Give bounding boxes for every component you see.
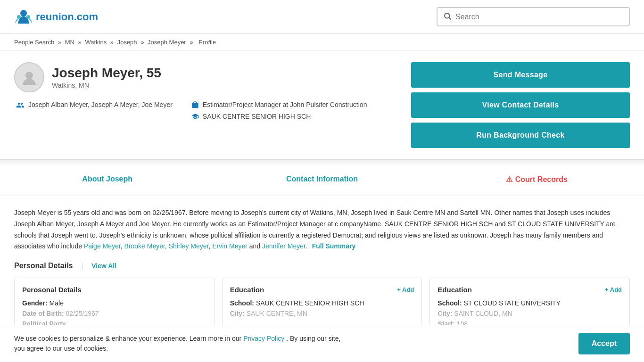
- breadcrumb-watkins[interactable]: Watkins: [85, 39, 107, 46]
- family-link-shirley[interactable]: Shirley Meyer: [169, 242, 209, 250]
- job-text: Estimator/Project Manager at John Pulsif…: [203, 101, 367, 108]
- cookie-text-start: We use cookies to personalize & enhance …: [14, 335, 241, 342]
- svg-point-5: [25, 72, 33, 79]
- breadcrumb: People Search » MN » Watkins » Joseph » …: [0, 34, 644, 51]
- alert-icon: ⚠: [506, 175, 512, 183]
- personal-details-header: Personal Details | View All: [14, 262, 630, 270]
- bio-text: Joseph Meyer is 55 years old and was bor…: [14, 207, 630, 252]
- aliases-text: Joseph Alban Meyer, Joseph A Meyer, Joe …: [28, 101, 173, 108]
- city1-field: City: SAUK CENTRE, MN: [230, 310, 414, 317]
- divider: |: [82, 262, 83, 270]
- profile-location: Watkins, MN: [52, 82, 161, 89]
- card-education-1-title: Education: [230, 286, 264, 294]
- briefcase-icon: [191, 101, 199, 110]
- card-education-2-header: Education + Add: [438, 286, 622, 294]
- card-personal-title: Perosonal Details: [22, 286, 82, 294]
- profile-name: Joseph Meyer, 55: [52, 66, 161, 81]
- breadcrumb-profile: Profile: [198, 39, 216, 46]
- send-message-button[interactable]: Send Message: [411, 62, 630, 88]
- svg-point-1: [17, 15, 21, 19]
- profile-details: Joseph Alban Meyer, Joseph A Meyer, Joe …: [14, 101, 411, 122]
- school2-field: School: ST CLOUD STATE UNIVERSITY: [438, 299, 622, 307]
- school-row: SAUK CENTRE SENIOR HIGH SCH: [191, 113, 367, 122]
- privacy-policy-link[interactable]: Privacy Policy: [243, 335, 284, 342]
- job-row: Estimator/Project Manager at John Pulsif…: [191, 101, 367, 110]
- breadcrumb-joseph[interactable]: Joseph: [117, 39, 137, 46]
- profile-top: Joseph Meyer, 55 Watkins, MN: [14, 62, 411, 92]
- svg-point-0: [20, 10, 27, 16]
- logo-text: reunion.com: [36, 11, 98, 23]
- tab-court[interactable]: ⚠Court Records: [429, 165, 644, 196]
- school1-field: School: SAUK CENTRE SENIOR HIGH SCH: [230, 299, 414, 307]
- add-education-2-link[interactable]: + Add: [605, 286, 622, 293]
- run-background-button[interactable]: Run Background Check: [411, 123, 630, 148]
- family-link-paige[interactable]: Paige Meyer: [84, 242, 121, 250]
- family-link-brooke[interactable]: Brooke Meyer: [124, 242, 165, 250]
- cookie-banner: We use cookies to personalize & enhance …: [0, 325, 644, 362]
- card-education-2-title: Education: [438, 286, 472, 294]
- breadcrumb-people-search[interactable]: People Search: [14, 39, 54, 46]
- svg-point-3: [445, 13, 450, 18]
- logo-area[interactable]: reunion.com: [14, 8, 98, 26]
- cookie-text: We use cookies to personalize & enhance …: [14, 334, 344, 354]
- dob-field: Date of Birth: 02/25/1967: [22, 310, 206, 317]
- action-buttons: Send Message View Contact Details Run Ba…: [411, 62, 630, 148]
- svg-line-4: [449, 17, 451, 19]
- graduation-icon: [191, 113, 199, 122]
- avatar: [14, 62, 44, 92]
- school-text: SAUK CENTRE SENIOR HIGH SCH: [203, 113, 311, 120]
- tabs-section: About Joseph Contact Information ⚠Court …: [0, 165, 644, 196]
- profile-job-education: Estimator/Project Manager at John Pulsif…: [191, 101, 367, 122]
- accept-button[interactable]: Accept: [578, 333, 630, 354]
- personal-details-title: Personal Details: [14, 262, 73, 270]
- profile-aliases: Joseph Alban Meyer, Joseph A Meyer, Joe …: [16, 101, 173, 122]
- tab-about[interactable]: About Joseph: [0, 165, 215, 196]
- tab-contact[interactable]: Contact Information: [215, 165, 429, 196]
- search-icon: [443, 12, 452, 22]
- add-education-1-link[interactable]: + Add: [397, 286, 414, 293]
- search-input[interactable]: [455, 13, 623, 21]
- card-personal-header: Perosonal Details: [22, 286, 206, 294]
- full-summary-link[interactable]: Full Summary: [312, 242, 356, 250]
- view-all-link[interactable]: View All: [91, 262, 116, 270]
- profile-left: Joseph Meyer, 55 Watkins, MN Joseph Alba…: [14, 62, 411, 122]
- breadcrumb-joseph-meyer[interactable]: Joseph Meyer: [148, 39, 186, 46]
- breadcrumb-mn[interactable]: MN: [65, 39, 74, 46]
- view-contact-button[interactable]: View Contact Details: [411, 92, 630, 118]
- people-icon: [16, 101, 25, 111]
- family-link-jennifer[interactable]: Jennifer Meyer: [262, 242, 305, 250]
- header: reunion.com: [0, 0, 644, 34]
- city2-field: City: SAINT CLOUD, MN: [438, 310, 622, 317]
- svg-point-2: [26, 15, 30, 19]
- name-location: Joseph Meyer, 55 Watkins, MN: [52, 66, 161, 89]
- gender-field: Gender: Male: [22, 299, 206, 307]
- search-box[interactable]: [437, 7, 630, 26]
- profile-section: Joseph Meyer, 55 Watkins, MN Joseph Alba…: [0, 51, 644, 160]
- card-education-1-header: Education + Add: [230, 286, 414, 294]
- logo-icon: [14, 8, 33, 26]
- family-link-ervin[interactable]: Ervin Meyer: [212, 242, 248, 250]
